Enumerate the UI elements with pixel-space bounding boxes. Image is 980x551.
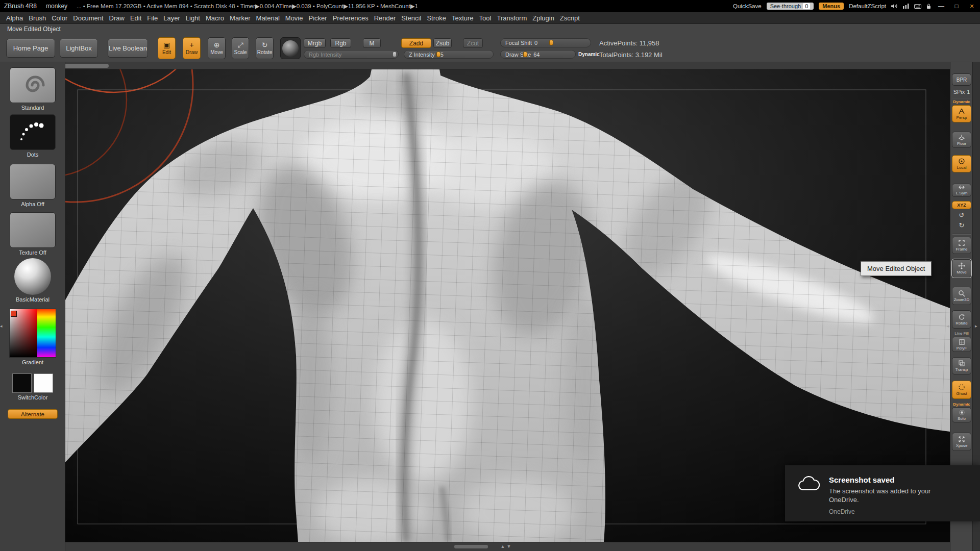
frame-button[interactable]: Frame bbox=[952, 237, 971, 254]
draw-size-slider[interactable]: Draw Size 64 bbox=[500, 50, 576, 59]
ghost-button[interactable]: Ghost bbox=[952, 381, 971, 399]
menu-item-light[interactable]: Light bbox=[186, 14, 200, 22]
menu-item-stencil[interactable]: Stencil bbox=[401, 14, 421, 22]
keyboard-icon[interactable] bbox=[914, 4, 921, 9]
zsub-button[interactable]: Zsub bbox=[433, 38, 452, 48]
menu-item-brush[interactable]: Brush bbox=[29, 14, 46, 22]
scroll-down-arrow[interactable]: ▼ bbox=[506, 544, 511, 549]
menu-item-marker[interactable]: Marker bbox=[230, 14, 250, 22]
menu-item-document[interactable]: Document bbox=[73, 14, 103, 22]
quicksave-button[interactable]: QuickSave bbox=[733, 3, 762, 9]
home-page-button[interactable]: Home Page bbox=[6, 39, 55, 58]
scroll-up-arrow[interactable]: ▲ bbox=[501, 544, 505, 549]
focal-shift-handle[interactable] bbox=[549, 40, 553, 45]
material-selector[interactable]: BasicMaterial bbox=[0, 258, 65, 303]
bpr-button[interactable]: BPR bbox=[952, 73, 971, 86]
lightbox-button[interactable]: LightBox bbox=[60, 39, 98, 58]
lock-icon[interactable] bbox=[926, 4, 931, 9]
menu-item-alpha[interactable]: Alpha bbox=[6, 14, 23, 22]
bottom-scrollbar[interactable] bbox=[454, 545, 488, 548]
z-intensity-slider[interactable]: Z Intensity 25 bbox=[404, 50, 494, 59]
move-rail-button[interactable]: Move bbox=[952, 259, 971, 278]
menu-item-render[interactable]: Render bbox=[374, 14, 396, 22]
scale-button[interactable]: ⤢ Scale bbox=[232, 37, 249, 59]
floor-button[interactable]: Floor bbox=[952, 132, 971, 148]
edit-button[interactable]: ▣ Edit bbox=[158, 37, 176, 59]
menu-item-picker[interactable]: Picker bbox=[309, 14, 327, 22]
switch-color-control[interactable]: SwitchColor bbox=[0, 373, 65, 400]
menu-item-preferences[interactable]: Preferences bbox=[333, 14, 369, 22]
brush-thumbnail[interactable] bbox=[10, 67, 56, 103]
move-button[interactable]: ⊕ Move bbox=[208, 37, 226, 59]
color-gradient-square[interactable] bbox=[9, 309, 56, 358]
dynamic-solo-label[interactable]: Dynamic bbox=[950, 402, 973, 407]
color-picker[interactable]: Gradient bbox=[0, 309, 65, 365]
alternate-button[interactable]: Alternate bbox=[8, 409, 58, 419]
menu-item-draw[interactable]: Draw bbox=[109, 14, 125, 22]
secondary-color-swatch[interactable] bbox=[34, 373, 53, 393]
persp-button[interactable]: Persp bbox=[952, 105, 971, 122]
notification-toast[interactable]: Screenshot saved The screenshot was adde… bbox=[785, 465, 980, 521]
see-through-control[interactable]: See-through 0 bbox=[767, 3, 814, 10]
current-material-button[interactable] bbox=[280, 37, 301, 59]
close-button[interactable]: × bbox=[967, 2, 977, 10]
dynamic-draw-size-toggle[interactable]: Dynamic bbox=[578, 52, 600, 57]
rotate-ccw-icon[interactable]: ↺ bbox=[950, 211, 973, 219]
texture-selector[interactable]: Texture Off bbox=[0, 212, 65, 256]
minimize-button[interactable]: — bbox=[936, 3, 946, 10]
solo-button[interactable]: Solo bbox=[952, 407, 971, 422]
volume-icon[interactable] bbox=[891, 4, 898, 9]
left-tray-collapse-arrow[interactable]: ◂ bbox=[0, 323, 3, 329]
zoom3d-button[interactable]: Zoom3D bbox=[952, 287, 971, 305]
rgb-intensity-handle[interactable] bbox=[393, 52, 397, 57]
menu-item-layer[interactable]: Layer bbox=[163, 14, 180, 22]
mrgb-button[interactable]: Mrgb bbox=[304, 38, 326, 48]
lsym-button[interactable]: L.Sym bbox=[952, 184, 971, 197]
material-thumbnail[interactable] bbox=[14, 258, 51, 295]
zadd-button[interactable]: Zadd bbox=[401, 38, 431, 48]
focal-shift-slider[interactable]: Focal Shift 0 bbox=[500, 38, 591, 47]
menu-item-zscript[interactable]: Zscript bbox=[560, 14, 580, 22]
horizontal-scrollbar[interactable] bbox=[65, 64, 109, 68]
menu-item-stroke[interactable]: Stroke bbox=[427, 14, 446, 22]
menu-item-movie[interactable]: Movie bbox=[285, 14, 303, 22]
rotate-cw-icon[interactable]: ↻ bbox=[950, 221, 973, 230]
menu-item-texture[interactable]: Texture bbox=[452, 14, 474, 22]
menu-item-transform[interactable]: Transform bbox=[497, 14, 527, 22]
canvas-right-collapse-arrow[interactable]: ◂ bbox=[946, 323, 949, 329]
m-button[interactable]: M bbox=[363, 38, 381, 48]
brush-selector[interactable]: Standard bbox=[0, 67, 65, 111]
stroke-selector[interactable]: Dots bbox=[0, 114, 65, 158]
draw-button[interactable]: + Draw bbox=[183, 37, 201, 59]
alternate-control[interactable]: Alternate bbox=[0, 409, 65, 419]
spix-slider[interactable]: SPix 1 bbox=[950, 89, 973, 95]
alpha-selector[interactable]: Alpha Off bbox=[0, 164, 65, 207]
menu-item-file[interactable]: File bbox=[147, 14, 158, 22]
draw-size-handle[interactable] bbox=[523, 52, 527, 57]
polyf-button[interactable]: PolyF bbox=[952, 337, 971, 352]
xpose-button[interactable]: Xpose bbox=[952, 433, 971, 451]
z-intensity-handle[interactable] bbox=[436, 52, 440, 57]
rgb-button[interactable]: Rgb bbox=[330, 38, 351, 48]
live-boolean-button[interactable]: Live Boolean bbox=[108, 39, 148, 58]
stroke-thumbnail[interactable] bbox=[10, 114, 56, 150]
local-button[interactable]: Local bbox=[952, 155, 971, 172]
maximize-button[interactable]: □ bbox=[951, 3, 962, 10]
alpha-thumbnail[interactable] bbox=[10, 164, 56, 199]
zcut-button[interactable]: Zcut bbox=[463, 38, 483, 48]
rgb-intensity-slider[interactable]: Rgb Intensity bbox=[304, 50, 399, 59]
menus-toggle[interactable]: Menus bbox=[819, 3, 844, 10]
texture-thumbnail[interactable] bbox=[10, 212, 56, 248]
rotate-button[interactable]: ↻ Rotate bbox=[256, 37, 274, 59]
menu-item-zplugin[interactable]: Zplugin bbox=[532, 14, 554, 22]
menu-item-tool[interactable]: Tool bbox=[479, 14, 492, 22]
transp-button[interactable]: Transp bbox=[952, 357, 971, 374]
main-color-swatch[interactable] bbox=[12, 373, 32, 393]
menu-item-material[interactable]: Material bbox=[256, 14, 280, 22]
levels-icon[interactable] bbox=[903, 4, 909, 9]
menu-item-color[interactable]: Color bbox=[52, 14, 67, 22]
dynamic-persp-label[interactable]: Dynamic bbox=[950, 99, 973, 104]
menu-item-edit[interactable]: Edit bbox=[130, 14, 141, 22]
xyz-button[interactable]: XYZ bbox=[952, 201, 971, 209]
rotate-rail-button[interactable]: Rotate bbox=[952, 310, 971, 329]
